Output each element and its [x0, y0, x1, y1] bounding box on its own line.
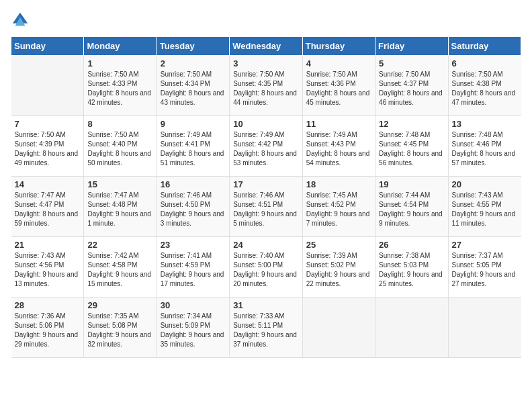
day-number: 31	[233, 300, 298, 310]
week-row-2: 7Sunrise: 7:50 AMSunset: 4:39 PMDaylight…	[11, 116, 521, 177]
day-number: 23	[161, 240, 226, 250]
header-thursday: Thursday	[302, 37, 375, 56]
day-number: 13	[452, 119, 518, 129]
calendar-cell: 12Sunrise: 7:48 AMSunset: 4:45 PMDayligh…	[375, 116, 448, 177]
day-info: Sunrise: 7:46 AMSunset: 4:51 PMDaylight:…	[233, 191, 298, 228]
day-info: Sunrise: 7:50 AMSunset: 4:34 PMDaylight:…	[161, 70, 226, 107]
day-number: 25	[306, 240, 371, 250]
day-number: 10	[233, 119, 298, 129]
day-number: 4	[306, 58, 371, 68]
calendar-cell: 29Sunrise: 7:35 AMSunset: 5:08 PMDayligh…	[84, 298, 157, 358]
day-number: 11	[306, 119, 371, 129]
calendar-cell: 26Sunrise: 7:38 AMSunset: 5:03 PMDayligh…	[375, 237, 448, 298]
week-row-1: 1Sunrise: 7:50 AMSunset: 4:33 PMDaylight…	[11, 56, 521, 116]
calendar-cell: 24Sunrise: 7:40 AMSunset: 5:00 PMDayligh…	[230, 237, 302, 298]
day-info: Sunrise: 7:37 AMSunset: 5:05 PMDaylight:…	[452, 251, 518, 289]
calendar-cell: 13Sunrise: 7:48 AMSunset: 4:46 PMDayligh…	[448, 116, 521, 177]
calendar-cell: 25Sunrise: 7:39 AMSunset: 5:02 PMDayligh…	[302, 237, 375, 298]
day-info: Sunrise: 7:50 AMSunset: 4:38 PMDaylight:…	[452, 70, 518, 107]
day-info: Sunrise: 7:43 AMSunset: 4:56 PMDaylight:…	[15, 251, 81, 289]
header-tuesday: Tuesday	[157, 37, 229, 56]
calendar-cell: 5Sunrise: 7:50 AMSunset: 4:37 PMDaylight…	[375, 56, 448, 116]
calendar-cell	[375, 298, 448, 358]
day-info: Sunrise: 7:45 AMSunset: 4:52 PMDaylight:…	[306, 191, 371, 228]
day-number: 24	[233, 240, 298, 250]
day-info: Sunrise: 7:49 AMSunset: 4:42 PMDaylight:…	[233, 130, 298, 168]
calendar-cell: 22Sunrise: 7:42 AMSunset: 4:58 PMDayligh…	[84, 237, 157, 298]
header-sunday: Sunday	[11, 37, 84, 56]
day-info: Sunrise: 7:41 AMSunset: 4:59 PMDaylight:…	[161, 251, 226, 289]
calendar-cell: 30Sunrise: 7:34 AMSunset: 5:09 PMDayligh…	[157, 298, 229, 358]
day-number: 21	[15, 240, 81, 250]
week-row-4: 21Sunrise: 7:43 AMSunset: 4:56 PMDayligh…	[11, 237, 521, 298]
day-info: Sunrise: 7:36 AMSunset: 5:06 PMDaylight:…	[15, 312, 81, 349]
day-info: Sunrise: 7:49 AMSunset: 4:41 PMDaylight:…	[161, 130, 226, 168]
day-number: 9	[161, 119, 226, 129]
day-number: 18	[306, 179, 371, 189]
calendar-cell: 6Sunrise: 7:50 AMSunset: 4:38 PMDaylight…	[448, 56, 521, 116]
calendar-cell: 18Sunrise: 7:45 AMSunset: 4:52 PMDayligh…	[302, 177, 375, 237]
page-header	[11, 11, 521, 30]
header-friday: Friday	[375, 37, 448, 56]
day-info: Sunrise: 7:50 AMSunset: 4:39 PMDaylight:…	[15, 130, 81, 168]
logo-icon	[11, 11, 30, 30]
day-number: 29	[87, 300, 152, 310]
calendar-cell: 14Sunrise: 7:47 AMSunset: 4:47 PMDayligh…	[11, 177, 84, 237]
header-wednesday: Wednesday	[230, 37, 302, 56]
calendar-cell: 9Sunrise: 7:49 AMSunset: 4:41 PMDaylight…	[157, 116, 229, 177]
day-info: Sunrise: 7:50 AMSunset: 4:36 PMDaylight:…	[306, 70, 371, 107]
day-number: 1	[87, 58, 152, 68]
day-number: 5	[379, 58, 444, 68]
logo	[11, 11, 32, 30]
day-info: Sunrise: 7:43 AMSunset: 4:55 PMDaylight:…	[452, 191, 518, 228]
day-number: 15	[87, 179, 152, 189]
day-number: 20	[452, 179, 518, 189]
calendar-cell: 8Sunrise: 7:50 AMSunset: 4:40 PMDaylight…	[84, 116, 157, 177]
calendar-cell: 21Sunrise: 7:43 AMSunset: 4:56 PMDayligh…	[11, 237, 84, 298]
day-info: Sunrise: 7:49 AMSunset: 4:43 PMDaylight:…	[306, 130, 371, 168]
day-info: Sunrise: 7:48 AMSunset: 4:45 PMDaylight:…	[379, 130, 444, 168]
calendar-cell: 15Sunrise: 7:47 AMSunset: 4:48 PMDayligh…	[84, 177, 157, 237]
day-info: Sunrise: 7:46 AMSunset: 4:50 PMDaylight:…	[161, 191, 226, 228]
day-info: Sunrise: 7:48 AMSunset: 4:46 PMDaylight:…	[452, 130, 518, 168]
calendar-cell	[302, 298, 375, 358]
day-number: 14	[15, 179, 81, 189]
calendar-cell: 28Sunrise: 7:36 AMSunset: 5:06 PMDayligh…	[11, 298, 84, 358]
day-number: 8	[87, 119, 152, 129]
day-number: 3	[233, 58, 298, 68]
day-number: 6	[452, 58, 518, 68]
calendar-cell	[11, 56, 84, 116]
day-number: 22	[87, 240, 152, 250]
day-number: 12	[379, 119, 444, 129]
day-info: Sunrise: 7:50 AMSunset: 4:33 PMDaylight:…	[87, 70, 152, 107]
calendar-cell: 11Sunrise: 7:49 AMSunset: 4:43 PMDayligh…	[302, 116, 375, 177]
day-number: 19	[379, 179, 444, 189]
header-row: SundayMondayTuesdayWednesdayThursdayFrid…	[11, 37, 521, 56]
day-number: 2	[161, 58, 226, 68]
calendar-cell: 16Sunrise: 7:46 AMSunset: 4:50 PMDayligh…	[157, 177, 229, 237]
calendar-cell: 20Sunrise: 7:43 AMSunset: 4:55 PMDayligh…	[448, 177, 521, 237]
day-info: Sunrise: 7:33 AMSunset: 5:11 PMDaylight:…	[233, 312, 298, 349]
calendar-cell: 1Sunrise: 7:50 AMSunset: 4:33 PMDaylight…	[84, 56, 157, 116]
calendar-cell: 7Sunrise: 7:50 AMSunset: 4:39 PMDaylight…	[11, 116, 84, 177]
header-monday: Monday	[84, 37, 157, 56]
day-number: 26	[379, 240, 444, 250]
calendar-cell: 4Sunrise: 7:50 AMSunset: 4:36 PMDaylight…	[302, 56, 375, 116]
day-info: Sunrise: 7:47 AMSunset: 4:47 PMDaylight:…	[15, 191, 81, 228]
day-number: 16	[161, 179, 226, 189]
calendar-cell: 3Sunrise: 7:50 AMSunset: 4:35 PMDaylight…	[230, 56, 302, 116]
day-info: Sunrise: 7:47 AMSunset: 4:48 PMDaylight:…	[87, 191, 152, 228]
calendar-cell: 2Sunrise: 7:50 AMSunset: 4:34 PMDaylight…	[157, 56, 229, 116]
day-info: Sunrise: 7:38 AMSunset: 5:03 PMDaylight:…	[379, 251, 444, 289]
calendar-cell	[448, 298, 521, 358]
day-info: Sunrise: 7:40 AMSunset: 5:00 PMDaylight:…	[233, 251, 298, 289]
week-row-5: 28Sunrise: 7:36 AMSunset: 5:06 PMDayligh…	[11, 298, 521, 358]
day-number: 30	[161, 300, 226, 310]
header-saturday: Saturday	[448, 37, 521, 56]
day-info: Sunrise: 7:50 AMSunset: 4:35 PMDaylight:…	[233, 70, 298, 107]
calendar-cell: 17Sunrise: 7:46 AMSunset: 4:51 PMDayligh…	[230, 177, 302, 237]
day-info: Sunrise: 7:42 AMSunset: 4:58 PMDaylight:…	[87, 251, 152, 289]
day-number: 27	[452, 240, 518, 250]
day-number: 17	[233, 179, 298, 189]
day-info: Sunrise: 7:39 AMSunset: 5:02 PMDaylight:…	[306, 251, 371, 289]
